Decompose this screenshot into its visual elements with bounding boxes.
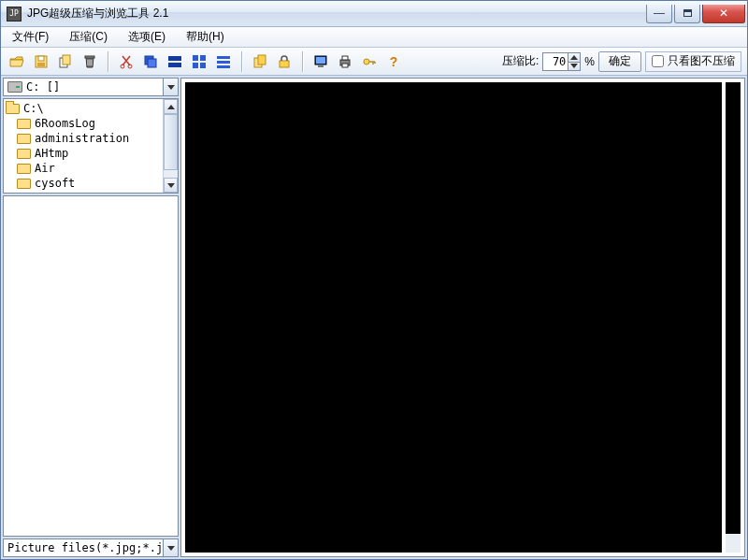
toolbar: ? 压缩比: % 确定 只看图不压缩 <box>1 48 747 76</box>
view-only-checkbox[interactable] <box>652 55 664 67</box>
save-icon[interactable] <box>31 51 51 72</box>
preview-scrollbar[interactable] <box>726 82 741 553</box>
client-area: C: [] C:\ 6RoomsLog administra <box>1 76 747 559</box>
duplicate-icon[interactable] <box>250 51 270 72</box>
window-title: JPG超级压缩与浏览工具 2.1 <box>27 6 644 22</box>
toolbar-separator <box>241 51 242 72</box>
scroll-down-button[interactable] <box>164 178 178 193</box>
tree-scrollbar[interactable] <box>163 99 178 193</box>
ratio-down-button[interactable] <box>568 62 580 70</box>
preview-scroll-thumb[interactable] <box>726 82 741 534</box>
file-filter-text: Picture files(*.jpg;*.jpe <box>4 541 163 554</box>
minimize-button[interactable]: — <box>646 5 672 23</box>
folder-icon <box>17 179 31 189</box>
drive-label: C: [] <box>26 80 163 93</box>
svg-point-28 <box>364 59 369 65</box>
view-only-label: 只看图不压缩 <box>668 53 735 69</box>
menu-help[interactable]: 帮助(H) <box>179 27 232 47</box>
folder-icon <box>17 119 31 129</box>
svg-rect-18 <box>217 65 230 68</box>
scroll-up-button[interactable] <box>164 99 178 114</box>
menu-compress[interactable]: 压缩(C) <box>62 27 115 47</box>
copy-icon[interactable] <box>55 51 76 72</box>
maximize-button[interactable] <box>674 5 700 23</box>
open-folder-icon[interactable] <box>7 51 27 72</box>
svg-rect-5 <box>85 56 94 58</box>
svg-rect-10 <box>168 56 181 61</box>
svg-rect-12 <box>193 55 198 61</box>
menu-file[interactable]: 文件(F) <box>5 27 56 47</box>
close-button[interactable]: ✕ <box>702 5 745 23</box>
confirm-button[interactable]: 确定 <box>598 51 641 72</box>
preview-scroll-track[interactable] <box>726 534 741 553</box>
preview-panel <box>180 78 745 557</box>
tree-item[interactable]: AHtmp <box>4 146 163 161</box>
file-filter-dropdown-button[interactable] <box>163 539 178 556</box>
menu-options[interactable]: 选项(E) <box>121 27 173 47</box>
folder-open-icon <box>6 104 20 114</box>
ratio-label: 压缩比: <box>502 53 539 69</box>
help-icon[interactable]: ? <box>383 51 404 72</box>
svg-rect-17 <box>217 61 230 64</box>
svg-rect-21 <box>280 61 289 67</box>
menu-bar: 文件(F) 压缩(C) 选项(E) 帮助(H) <box>1 27 747 48</box>
ratio-suffix: % <box>584 55 595 68</box>
folder-icon <box>17 134 31 144</box>
grid-icon[interactable] <box>189 51 209 72</box>
preview-canvas[interactable] <box>185 82 722 553</box>
svg-rect-20 <box>258 55 266 65</box>
view-only-checkbox-wrap[interactable]: 只看图不压缩 <box>645 51 741 72</box>
delete-icon[interactable] <box>79 51 100 72</box>
tree-root-label: C:\ <box>23 102 44 115</box>
folder-icon <box>17 149 31 159</box>
tile-dark-icon[interactable] <box>165 51 185 72</box>
tree-item-label: Air <box>35 162 55 175</box>
svg-rect-26 <box>342 56 348 60</box>
app-icon: JP <box>7 7 22 22</box>
folder-tree-panel: C:\ 6RoomsLog administration AHtmp <box>3 98 179 194</box>
scroll-track[interactable] <box>164 170 178 178</box>
svg-rect-15 <box>200 63 206 68</box>
title-bar: JP JPG超级压缩与浏览工具 2.1 — ✕ <box>1 1 747 27</box>
window-controls: — ✕ <box>644 5 745 23</box>
scroll-thumb[interactable] <box>164 114 178 170</box>
svg-rect-2 <box>37 63 45 66</box>
svg-rect-16 <box>217 56 230 59</box>
svg-rect-24 <box>318 65 324 67</box>
svg-rect-1 <box>38 56 44 61</box>
tree-item[interactable]: 6RoomsLog <box>4 116 163 131</box>
app-window: JP JPG超级压缩与浏览工具 2.1 — ✕ 文件(F) 压缩(C) 选项(E… <box>0 0 748 560</box>
file-filter-combo[interactable]: Picture files(*.jpg;*.jpe <box>3 538 179 557</box>
ratio-input[interactable] <box>543 55 568 68</box>
drive-combo[interactable]: C: [] <box>3 78 179 96</box>
drive-dropdown-button[interactable] <box>163 79 178 95</box>
monitor-icon[interactable] <box>310 51 331 72</box>
svg-text:?: ? <box>390 54 398 69</box>
lock-icon[interactable] <box>274 51 295 72</box>
left-pane: C: [] C:\ 6RoomsLog administra <box>3 78 179 557</box>
drive-icon <box>7 81 22 93</box>
tree-item-label: AHtmp <box>35 147 68 160</box>
file-list-panel[interactable] <box>3 195 179 537</box>
toolbar-separator <box>108 51 108 72</box>
tree-item[interactable]: Air <box>4 161 163 176</box>
tree-root[interactable]: C:\ <box>4 101 163 116</box>
tree-item[interactable]: cysoft <box>4 176 163 191</box>
svg-rect-14 <box>193 63 198 68</box>
tree-item-label: administration <box>35 132 129 145</box>
folder-tree[interactable]: C:\ 6RoomsLog administration AHtmp <box>4 99 163 193</box>
ratio-up-button[interactable] <box>568 53 580 62</box>
svg-rect-11 <box>168 63 181 67</box>
tree-item[interactable]: administration <box>4 131 163 146</box>
list-icon[interactable] <box>213 51 234 72</box>
svg-rect-23 <box>316 57 325 64</box>
tree-item-label: 6RoomsLog <box>35 117 95 130</box>
stack-icon[interactable] <box>140 51 161 72</box>
toolbar-separator <box>302 51 303 72</box>
ratio-spinner[interactable] <box>542 52 581 71</box>
cut-icon[interactable] <box>116 51 137 72</box>
svg-rect-27 <box>342 64 348 67</box>
key-icon[interactable] <box>359 51 380 72</box>
printer-icon[interactable] <box>335 51 355 72</box>
svg-rect-13 <box>200 55 206 61</box>
